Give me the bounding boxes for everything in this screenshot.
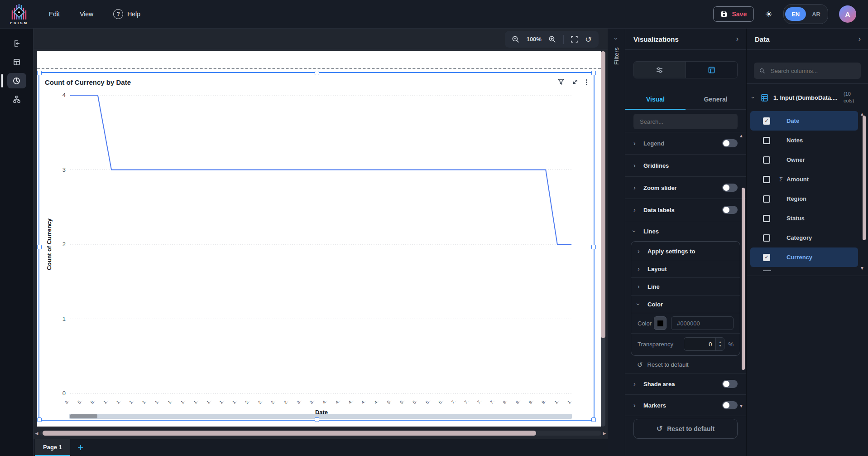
checkbox[interactable]: ✓: [763, 215, 770, 222]
viz-search-input[interactable]: [639, 118, 732, 126]
chart-scrollbar-thumb[interactable]: [70, 414, 97, 418]
scroll-down-indicator[interactable]: ▼: [860, 266, 864, 271]
field-row-currency[interactable]: ✓ Currency: [750, 247, 858, 267]
columns-search-input[interactable]: [770, 67, 855, 75]
collapse-visualizations-icon[interactable]: ›: [736, 35, 739, 43]
filters-expand-icon[interactable]: ›: [613, 38, 620, 40]
field-row-status[interactable]: ✓ Status: [750, 209, 858, 228]
field-row-owner[interactable]: ✓ Owner: [750, 150, 858, 170]
fit-to-screen-icon[interactable]: [571, 35, 578, 43]
exit-editor-button[interactable]: [7, 36, 26, 51]
filters-collapsed-panel[interactable]: › Filters: [608, 29, 625, 456]
resize-handle-ne[interactable]: [591, 71, 596, 75]
dashboard-tool-button[interactable]: [7, 54, 26, 70]
chevron-down-icon[interactable]: ›: [752, 94, 760, 101]
scroll-down-indicator[interactable]: ▼: [739, 404, 743, 408]
layout-row[interactable]: › Layout: [631, 260, 740, 278]
x-tick: 1..: [192, 398, 200, 405]
section-legend[interactable]: › Legend: [625, 132, 746, 155]
zoom-slider-toggle[interactable]: [722, 184, 738, 192]
section-markers[interactable]: › Markers: [625, 395, 746, 416]
apply-settings-row[interactable]: › Apply settings to: [631, 243, 740, 260]
field-row-amount[interactable]: ✓ Σ Amount: [750, 170, 858, 189]
zoom-in-icon[interactable]: [548, 35, 556, 44]
spinner-arrows[interactable]: ▲▼: [715, 338, 724, 350]
tab-visual[interactable]: Visual: [625, 89, 686, 109]
canvas-vertical-scrollbar[interactable]: [601, 51, 605, 427]
dataset-row[interactable]: › 1. Input (DumboData.... (10 cols): [747, 85, 868, 110]
shade-area-toggle[interactable]: [722, 380, 738, 388]
menu-view[interactable]: View: [80, 10, 93, 18]
menu-help[interactable]: ? Help: [113, 9, 140, 19]
section-data-labels[interactable]: › Data labels: [625, 199, 746, 221]
zoom-out-icon[interactable]: [512, 35, 520, 44]
reset-to-default-link[interactable]: ↺ Reset to default: [625, 356, 746, 374]
checkbox[interactable]: ✓: [763, 234, 770, 242]
chart-tool-button[interactable]: [7, 73, 26, 88]
markers-toggle[interactable]: [722, 401, 738, 409]
language-toggle[interactable]: EN AR: [783, 4, 828, 24]
theme-toggle-sun-icon[interactable]: ☀: [765, 10, 772, 19]
section-zoom-slider[interactable]: › Zoom slider: [625, 177, 746, 199]
checkbox[interactable]: ✓: [763, 195, 770, 203]
color-swatch[interactable]: [654, 316, 667, 330]
lang-ar[interactable]: AR: [806, 11, 826, 18]
checkbox-checked[interactable]: ✓: [763, 117, 770, 125]
resize-handle-n[interactable]: [315, 71, 319, 75]
chart-horizontal-scrollbar[interactable]: [69, 414, 572, 419]
scroll-up-indicator[interactable]: ▲: [739, 134, 743, 138]
x-tick: 1..: [141, 398, 149, 405]
resize-handle-se[interactable]: [591, 417, 596, 422]
line-row[interactable]: › Line: [631, 278, 740, 296]
reset-link-label: Reset to default: [647, 361, 689, 368]
build-visual-tab[interactable]: [634, 62, 686, 78]
user-avatar[interactable]: A: [839, 5, 856, 23]
app-logo[interactable]: PRISM: [0, 4, 38, 25]
save-button[interactable]: Save: [713, 6, 754, 22]
section-shade-area[interactable]: › Shade area: [625, 374, 746, 395]
color-section-row[interactable]: › Color: [631, 296, 740, 313]
reset-view-icon[interactable]: ↺: [585, 35, 592, 44]
canvas-horizontal-scrollbar[interactable]: ◀ ▶: [34, 430, 608, 436]
viz-search-box[interactable]: [633, 114, 738, 129]
collapse-data-panel-icon[interactable]: ›: [858, 35, 861, 43]
canvas-vscroll-thumb[interactable]: [601, 51, 605, 338]
transparency-input[interactable]: 0 ▲▼: [684, 337, 724, 351]
checkbox-checked[interactable]: ✓: [763, 254, 770, 261]
checkbox[interactable]: ✓: [763, 137, 770, 144]
y-tick: 2: [62, 241, 66, 247]
line-chart-widget[interactable]: Count of Currency by Date 012343..5..8..…: [38, 72, 595, 421]
resize-handle-sw[interactable]: [37, 417, 42, 422]
scroll-right-icon[interactable]: ▶: [601, 431, 608, 436]
menu-edit[interactable]: Edit: [49, 10, 60, 18]
format-visual-tab[interactable]: [686, 62, 738, 78]
field-row-category[interactable]: ✓ Category: [750, 228, 858, 247]
viz-panel-scrollbar-thumb[interactable]: [742, 188, 745, 370]
add-page-button[interactable]: +: [70, 439, 91, 456]
tab-general[interactable]: General: [686, 89, 746, 109]
resize-handle-e[interactable]: [591, 245, 596, 249]
lang-en[interactable]: EN: [785, 7, 806, 21]
section-gridlines[interactable]: › Gridlines: [625, 155, 746, 177]
scroll-left-icon[interactable]: ◀: [34, 431, 40, 436]
resize-handle-s[interactable]: [315, 417, 319, 422]
resize-handle-w[interactable]: [37, 245, 42, 249]
color-hex-input[interactable]: #000000: [671, 316, 734, 330]
checkbox[interactable]: ✓: [763, 176, 770, 183]
section-lines[interactable]: › Lines: [625, 221, 746, 241]
reset-to-default-button[interactable]: ↺ Reset to default: [633, 419, 738, 439]
field-row-region[interactable]: ✓ Region: [750, 189, 858, 209]
page-tabbar: Page 1 +: [34, 439, 608, 456]
report-page[interactable]: Count of Currency by Date 012343..5..8..…: [37, 51, 601, 427]
resize-handle-nw[interactable]: [37, 71, 42, 75]
legend-toggle[interactable]: [722, 139, 738, 147]
columns-search-box[interactable]: [754, 63, 861, 79]
field-row-date[interactable]: ✓ Date: [750, 111, 858, 131]
data-labels-toggle[interactable]: [722, 206, 738, 214]
checkbox[interactable]: ✓: [763, 156, 770, 164]
data-panel-scrollbar-thumb[interactable]: [863, 116, 866, 240]
canvas-hscroll-thumb[interactable]: [43, 431, 536, 436]
field-row-notes[interactable]: ✓ Notes: [750, 131, 858, 150]
model-view-button[interactable]: [7, 92, 26, 107]
page-tab-1[interactable]: Page 1: [35, 439, 70, 456]
